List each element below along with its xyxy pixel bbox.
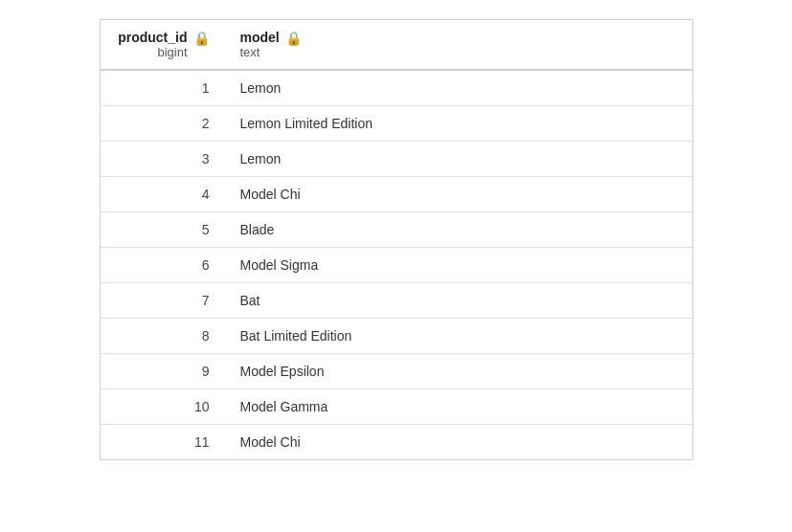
cell-model: Model Sigma — [225, 248, 692, 283]
cell-product-id: 1 — [101, 70, 225, 106]
table-row[interactable]: 4Model Chi — [101, 177, 692, 212]
cell-model: Bat — [225, 283, 692, 319]
cell-product-id: 10 — [101, 389, 225, 425]
table-row[interactable]: 3Lemon — [101, 142, 692, 177]
table-row[interactable]: 5Blade — [101, 212, 692, 248]
cell-model: Lemon — [225, 70, 692, 106]
table-row[interactable]: 9Model Epsilon — [101, 354, 692, 389]
table-header-row: product_id bigint 🔒 model text 🔒 — [101, 20, 692, 70]
column-header-product-id[interactable]: product_id bigint 🔒 — [101, 20, 225, 70]
cell-product-id: 11 — [101, 425, 225, 460]
cell-model: Model Gamma — [225, 389, 692, 425]
product-id-lock-icon: 🔒 — [193, 31, 210, 46]
table-row[interactable]: 2Lemon Limited Edition — [101, 106, 692, 142]
cell-product-id: 7 — [101, 283, 225, 319]
cell-product-id: 2 — [101, 106, 225, 142]
cell-model: Lemon — [225, 142, 692, 177]
col-product-id-type: bigint — [118, 45, 187, 59]
model-lock-icon: 🔒 — [285, 31, 302, 46]
col-model-label: model — [240, 30, 280, 45]
cell-model: Model Epsilon — [225, 354, 692, 389]
table-row[interactable]: 7Bat — [101, 283, 692, 319]
cell-model: Model Chi — [225, 425, 692, 460]
cell-product-id: 6 — [101, 248, 225, 283]
data-table: product_id bigint 🔒 model text 🔒 — [100, 19, 693, 460]
cell-model: Bat Limited Edition — [225, 319, 692, 354]
table-row[interactable]: 1Lemon — [101, 70, 692, 106]
table-row[interactable]: 8Bat Limited Edition — [101, 319, 692, 354]
table-body: 1Lemon2Lemon Limited Edition3Lemon4Model… — [101, 70, 692, 459]
cell-product-id: 4 — [101, 177, 225, 212]
table-row[interactable]: 6Model Sigma — [101, 248, 692, 283]
cell-model: Blade — [225, 212, 692, 248]
col-product-id-label: product_id — [118, 30, 187, 45]
cell-product-id: 8 — [101, 319, 225, 354]
col-model-type: text — [240, 45, 280, 59]
table-row[interactable]: 10Model Gamma — [101, 389, 692, 425]
cell-model: Model Chi — [225, 177, 692, 212]
cell-product-id: 9 — [101, 354, 225, 389]
table-row[interactable]: 11Model Chi — [101, 425, 692, 460]
column-header-model[interactable]: model text 🔒 — [225, 20, 692, 70]
cell-model: Lemon Limited Edition — [225, 106, 692, 142]
cell-product-id: 5 — [101, 212, 225, 248]
cell-product-id: 3 — [101, 142, 225, 177]
